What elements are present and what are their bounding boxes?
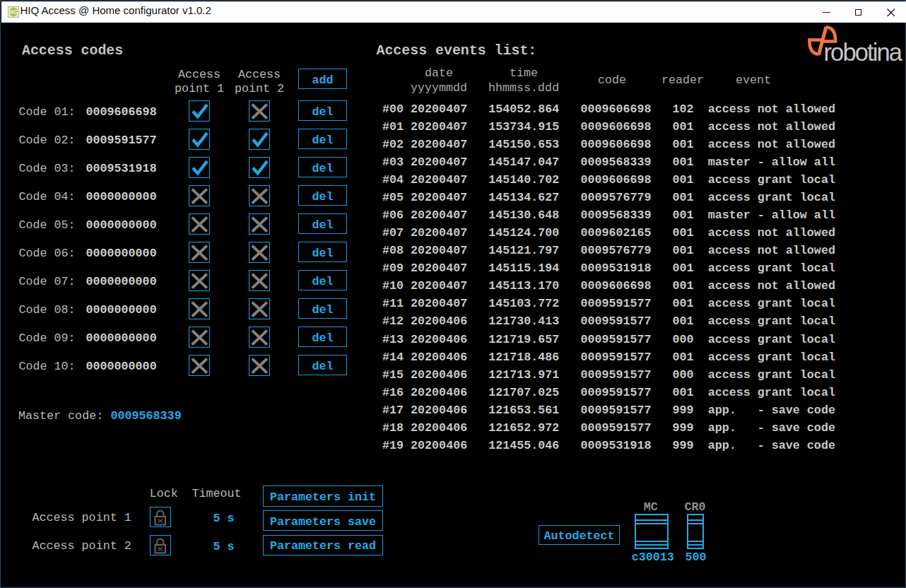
svg-text:MG: MG: [8, 8, 18, 16]
